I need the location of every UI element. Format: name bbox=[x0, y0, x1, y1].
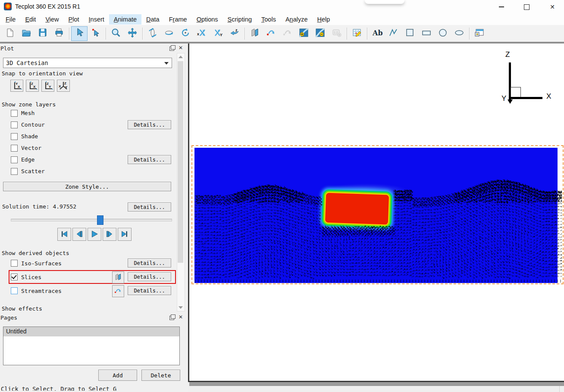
snap-iso-view-button[interactable]: ZXY bbox=[57, 80, 70, 92]
rotate-x-button[interactable]: x bbox=[194, 26, 210, 41]
page-list-item[interactable]: Untitled bbox=[3, 327, 179, 336]
streamtraces-details-button[interactable]: Details... bbox=[128, 286, 171, 295]
vector-checkbox[interactable] bbox=[11, 145, 18, 152]
add-streamtrace-button[interactable] bbox=[263, 26, 279, 41]
rotate-spherical-button[interactable] bbox=[144, 26, 161, 41]
rotate-x-icon: x bbox=[197, 28, 207, 40]
edge-details-button[interactable]: Details... bbox=[128, 155, 171, 164]
rotate-z-button[interactable]: z bbox=[226, 26, 243, 41]
skip-to-start-button[interactable] bbox=[57, 228, 71, 241]
polyline-button[interactable] bbox=[385, 26, 402, 41]
scroll-up-icon[interactable] bbox=[179, 56, 183, 58]
menu-help[interactable]: Help bbox=[313, 14, 335, 25]
slices-checkbox[interactable] bbox=[11, 274, 18, 280]
slice-contour-plot[interactable] bbox=[194, 148, 558, 283]
float-panel-icon[interactable] bbox=[169, 316, 174, 320]
contour-checkbox[interactable] bbox=[11, 121, 18, 128]
sidebar-scrollbar[interactable] bbox=[177, 53, 185, 311]
axis-x-label: X bbox=[546, 92, 551, 101]
menu-file[interactable]: File bbox=[1, 14, 20, 25]
ellipse-icon bbox=[454, 28, 464, 40]
pages-list[interactable]: Untitled bbox=[3, 327, 180, 365]
checkbox-label: Slices bbox=[21, 274, 41, 280]
open-file-button[interactable] bbox=[18, 26, 34, 41]
zoom-button[interactable] bbox=[108, 26, 124, 41]
ellipse-button[interactable] bbox=[451, 26, 467, 41]
scatter-checkbox[interactable] bbox=[11, 168, 18, 175]
zone-layer-row-shade: Shade bbox=[9, 131, 176, 143]
solution-time-slider[interactable] bbox=[11, 219, 172, 221]
remove-contour-level-button[interactable] bbox=[312, 26, 329, 41]
plot-type-dropdown[interactable]: 3D Cartesian bbox=[3, 58, 172, 68]
delete-page-button[interactable]: Delete bbox=[141, 370, 180, 381]
square-button[interactable] bbox=[402, 26, 418, 41]
solution-time-details-button[interactable]: Details... bbox=[128, 202, 171, 212]
shade-checkbox[interactable] bbox=[11, 133, 18, 140]
menu-data[interactable]: Data bbox=[141, 14, 164, 25]
scroll-down-icon[interactable] bbox=[179, 306, 183, 309]
skip-to-end-button[interactable] bbox=[118, 228, 132, 241]
menu-analyze[interactable]: Analyze bbox=[281, 14, 313, 25]
menu-edit[interactable]: Edit bbox=[20, 14, 41, 25]
slice-tool-button[interactable] bbox=[112, 271, 124, 283]
derived-objects-label: Show derived objects bbox=[2, 250, 69, 256]
menu-tools[interactable]: Tools bbox=[257, 14, 281, 25]
menu-scripting[interactable]: Scripting bbox=[223, 14, 257, 25]
svg-text:Y: Y bbox=[65, 85, 68, 89]
scrollbar-thumb[interactable] bbox=[178, 61, 183, 263]
translate-button[interactable] bbox=[124, 26, 141, 41]
snap-yz-view-button[interactable]: ZY bbox=[41, 80, 54, 92]
new-layout-button[interactable] bbox=[2, 26, 18, 41]
close-panel-icon[interactable]: ✕ bbox=[179, 314, 183, 320]
close-panel-icon[interactable]: ✕ bbox=[179, 45, 183, 51]
vector-field-canvas bbox=[194, 148, 562, 283]
add-streamtrace-tool-button[interactable] bbox=[112, 285, 124, 297]
menu-insert[interactable]: Insert bbox=[84, 14, 109, 25]
new-frame-button[interactable] bbox=[471, 26, 488, 41]
text-button[interactable]: Ab bbox=[369, 26, 385, 41]
derived-row-iso-surfaces: Iso-SurfacesDetails... bbox=[9, 256, 176, 270]
close-button[interactable]: ✕ bbox=[545, 2, 560, 12]
add-contour-level-button[interactable] bbox=[296, 26, 312, 41]
slice-button[interactable] bbox=[247, 26, 263, 41]
contour-details-button[interactable]: Details... bbox=[128, 120, 171, 129]
horizontal-scrollbar[interactable] bbox=[189, 382, 564, 386]
selector-button[interactable] bbox=[71, 26, 88, 41]
snap-xy-view-button[interactable]: YX bbox=[10, 80, 23, 92]
maximize-button[interactable] bbox=[519, 2, 534, 12]
zone-style-button[interactable]: Zone Style... bbox=[3, 182, 171, 191]
plot-frame[interactable]: Z X Y bbox=[188, 44, 564, 382]
checkbox-label: Vector bbox=[21, 145, 41, 151]
zone-layer-row-vector: Vector bbox=[9, 143, 176, 154]
iso-surfaces-checkbox[interactable] bbox=[11, 260, 18, 267]
float-panel-icon[interactable] bbox=[169, 47, 174, 51]
rotate-y-button[interactable]: Y bbox=[210, 26, 226, 41]
play-button[interactable] bbox=[88, 228, 101, 241]
edge-checkbox[interactable] bbox=[11, 156, 18, 163]
menu-view[interactable]: View bbox=[41, 14, 63, 25]
streamtraces-checkbox[interactable] bbox=[11, 287, 18, 294]
translate-icon bbox=[127, 28, 138, 40]
menu-frame[interactable]: Frame bbox=[164, 14, 192, 25]
menu-plot[interactable]: Plot bbox=[64, 14, 84, 25]
rotate-twist-button[interactable] bbox=[177, 26, 194, 41]
snap-xz-view-button[interactable]: ZX bbox=[26, 80, 39, 92]
circle-button[interactable] bbox=[435, 26, 451, 41]
menu-options[interactable]: Options bbox=[192, 14, 223, 25]
rectangle-button[interactable] bbox=[418, 26, 435, 41]
save-button[interactable] bbox=[34, 26, 51, 41]
minimize-button[interactable] bbox=[494, 2, 509, 12]
iso-surfaces-details-button[interactable]: Details... bbox=[128, 258, 171, 268]
rotate-rollerball-button[interactable] bbox=[161, 26, 177, 41]
print-button[interactable] bbox=[51, 26, 67, 41]
slider-handle[interactable] bbox=[97, 215, 103, 225]
menu-animate[interactable]: Animate bbox=[109, 14, 141, 25]
step-forward-button[interactable] bbox=[103, 228, 116, 241]
slice-icon bbox=[114, 273, 122, 282]
adjustor-button[interactable] bbox=[88, 26, 104, 41]
add-page-button[interactable]: Add bbox=[98, 370, 137, 381]
step-back-button[interactable] bbox=[72, 228, 86, 241]
slices-details-button[interactable]: Details... bbox=[128, 272, 171, 281]
edit-data-button[interactable] bbox=[349, 26, 365, 41]
mesh-checkbox[interactable] bbox=[11, 110, 18, 117]
